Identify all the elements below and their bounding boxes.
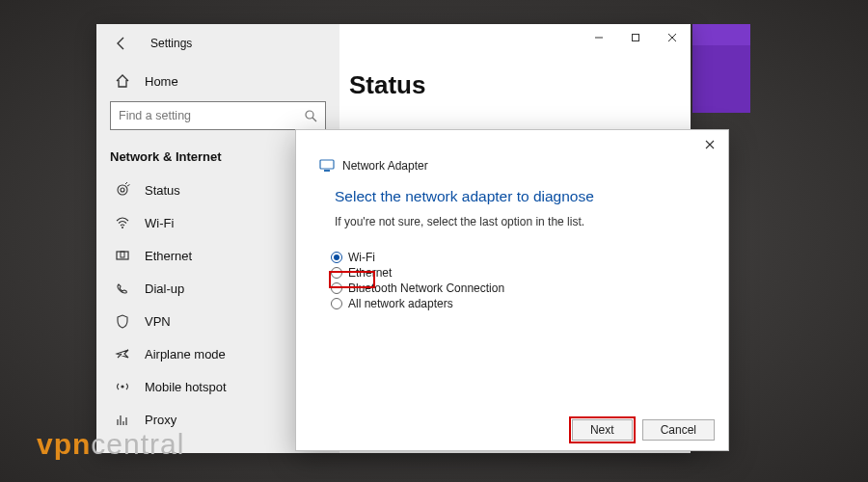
- background-window-peek: [692, 24, 750, 113]
- wifi-icon: [114, 214, 131, 231]
- dialog-title: Select the network adapter to diagnose: [296, 173, 728, 205]
- radio-icon: [331, 282, 342, 294]
- sidebar-item-label: Status: [145, 183, 180, 198]
- ethernet-icon: [114, 247, 131, 264]
- cancel-button[interactable]: Cancel: [642, 419, 715, 441]
- status-icon: [114, 181, 131, 199]
- svg-rect-1: [633, 35, 639, 41]
- watermark-accent: vpn: [37, 428, 91, 460]
- option-all[interactable]: All network adapters: [331, 296, 728, 311]
- svg-point-7: [121, 188, 124, 192]
- radio-icon: [331, 252, 342, 263]
- search-input-wrap[interactable]: [110, 101, 326, 130]
- option-bluetooth[interactable]: Bluetooth Network Connection: [331, 281, 728, 296]
- home-icon: [114, 72, 131, 90]
- option-label: Bluetooth Network Connection: [348, 281, 504, 295]
- sidebar-item-label: Mobile hotspot: [145, 380, 227, 394]
- svg-point-6: [118, 185, 127, 195]
- sidebar-item-label: Proxy: [145, 413, 176, 427]
- sidebar-item-home[interactable]: Home: [96, 65, 339, 97]
- svg-point-4: [306, 111, 313, 119]
- maximize-button[interactable]: [617, 24, 654, 51]
- back-icon[interactable]: [114, 36, 129, 51]
- radio-icon: [331, 298, 342, 309]
- window-controls: [581, 24, 691, 51]
- sidebar-item-label: VPN: [145, 314, 171, 329]
- option-wifi[interactable]: Wi-Fi: [331, 250, 728, 265]
- dialog-subtitle: If you're not sure, select the last opti…: [296, 205, 728, 228]
- next-button[interactable]: Next: [572, 419, 633, 441]
- window-title: Settings: [150, 37, 192, 50]
- sidebar-item-label: Dial-up: [145, 281, 184, 296]
- sidebar-item-label: Wi-Fi: [145, 216, 174, 230]
- dialup-icon: [114, 280, 131, 297]
- page-title: Status: [339, 70, 691, 100]
- vpn-icon: [114, 312, 131, 330]
- svg-line-9: [127, 185, 130, 187]
- minimize-button[interactable]: [581, 24, 617, 51]
- option-label: Wi-Fi: [348, 251, 375, 264]
- option-label: Ethernet: [348, 266, 392, 280]
- svg-line-8: [125, 182, 127, 184]
- svg-rect-11: [117, 252, 128, 259]
- option-label: All network adapters: [348, 297, 453, 310]
- sidebar-item-label: Home: [145, 74, 178, 89]
- dialog-close-button[interactable]: [695, 133, 724, 156]
- radio-icon: [331, 267, 342, 279]
- search-input[interactable]: [119, 109, 304, 122]
- svg-rect-23: [320, 160, 334, 169]
- close-button[interactable]: [654, 24, 691, 51]
- svg-line-5: [312, 118, 316, 121]
- svg-rect-24: [324, 170, 330, 172]
- network-adapter-icon: [319, 159, 335, 173]
- airplane-icon: [114, 345, 131, 362]
- svg-rect-12: [121, 252, 124, 257]
- watermark-rest: central: [91, 428, 184, 460]
- sidebar-item-label: Airplane mode: [145, 347, 226, 362]
- option-ethernet[interactable]: Ethernet: [331, 265, 728, 281]
- dialog-header-label: Network Adapter: [342, 159, 428, 173]
- network-adapter-dialog: Network Adapter Select the network adapt…: [295, 129, 729, 451]
- hotspot-icon: [114, 378, 131, 395]
- settings-header: Settings: [96, 34, 339, 65]
- sidebar-item-label: Ethernet: [145, 249, 192, 263]
- dialog-buttons: Next Cancel: [572, 419, 715, 441]
- svg-point-13: [121, 385, 123, 388]
- svg-point-10: [122, 227, 123, 228]
- proxy-icon: [114, 411, 131, 428]
- search-icon: [304, 109, 317, 122]
- dialog-header: Network Adapter: [296, 130, 728, 173]
- watermark: vpncentral: [37, 428, 184, 461]
- adapter-options: Wi-Fi Ethernet Bluetooth Network Connect…: [296, 228, 728, 311]
